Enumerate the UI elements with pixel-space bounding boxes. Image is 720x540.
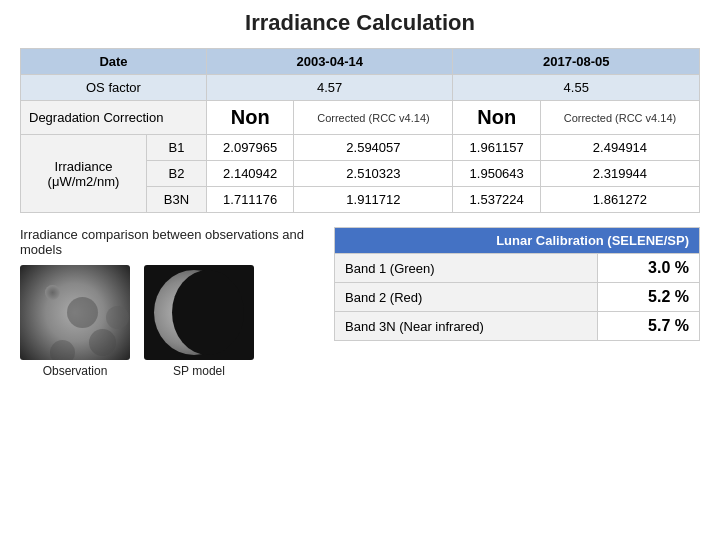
os-factor-val1: 4.57: [206, 75, 453, 101]
band1-label: Band 1 (Green): [335, 254, 598, 283]
b1-v3: 1.961157: [453, 135, 540, 161]
corrected-cell-2: Corrected (RCC v4.14): [540, 101, 699, 135]
band-b3n-label: B3N: [146, 187, 206, 213]
b1-v2: 2.594057: [294, 135, 453, 161]
col-date2-header: 2017-08-05: [453, 49, 700, 75]
band3-value: 5.7 %: [598, 312, 700, 341]
sp-model-block: SP model: [144, 265, 254, 378]
b2-v4: 2.319944: [540, 161, 699, 187]
calibration-header: Lunar Calibration (SELENE/SP): [335, 228, 700, 254]
irradiance-label: Irradiance (μW/m2/nm): [21, 135, 147, 213]
band3-label: Band 3N (Near infrared): [335, 312, 598, 341]
b2-v3: 1.950643: [453, 161, 540, 187]
b2-v2: 2.510323: [294, 161, 453, 187]
band2-value: 5.2 %: [598, 283, 700, 312]
band-b1-label: B1: [146, 135, 206, 161]
bottom-section: Irradiance comparison between observatio…: [20, 227, 700, 378]
band1-value: 3.0 %: [598, 254, 700, 283]
sp-model-label: SP model: [173, 364, 225, 378]
page-title: Irradiance Calculation: [20, 10, 700, 36]
degradation-label: Degradation Correction: [21, 101, 207, 135]
non-cell-2: Non: [453, 101, 540, 135]
calibration-table: Lunar Calibration (SELENE/SP) Band 1 (Gr…: [334, 227, 700, 341]
col-date-header: Date: [21, 49, 207, 75]
band2-label: Band 2 (Red): [335, 283, 598, 312]
col-date1-header: 2003-04-14: [206, 49, 453, 75]
b3n-v3: 1.537224: [453, 187, 540, 213]
left-bottom: Irradiance comparison between observatio…: [20, 227, 320, 378]
corrected-cell-1: Corrected (RCC v4.14): [294, 101, 453, 135]
non-cell-1: Non: [206, 101, 293, 135]
os-factor-label: OS factor: [21, 75, 207, 101]
irradiance-table: Date 2003-04-14 2017-08-05 OS factor 4.5…: [20, 48, 700, 213]
b3n-v1: 1.711176: [206, 187, 293, 213]
b3n-v2: 1.911712: [294, 187, 453, 213]
b2-v1: 2.140942: [206, 161, 293, 187]
observation-moon-image: [20, 265, 130, 360]
b1-v4: 2.494914: [540, 135, 699, 161]
observation-label: Observation: [43, 364, 108, 378]
right-bottom: Lunar Calibration (SELENE/SP) Band 1 (Gr…: [334, 227, 700, 378]
b3n-v4: 1.861272: [540, 187, 699, 213]
observation-block: Observation: [20, 265, 130, 378]
images-row: Observation SP model: [20, 265, 320, 378]
b1-v1: 2.097965: [206, 135, 293, 161]
comparison-label: Irradiance comparison between observatio…: [20, 227, 320, 257]
sp-model-moon-image: [144, 265, 254, 360]
os-factor-val2: 4.55: [453, 75, 700, 101]
band-b2-label: B2: [146, 161, 206, 187]
